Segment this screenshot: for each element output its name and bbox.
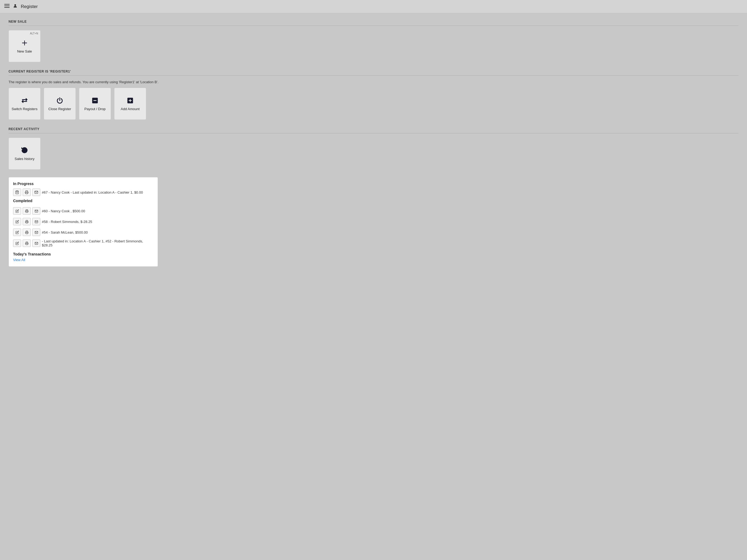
- in-progress-email-button[interactable]: [32, 189, 40, 196]
- svg-rect-12: [26, 192, 28, 194]
- completed-edit-3-button[interactable]: [13, 239, 21, 247]
- email-icon: [35, 231, 38, 234]
- user-icon: [13, 3, 18, 9]
- edit-icon: [16, 231, 19, 234]
- new-sale-row: ALT+N New Sale: [8, 30, 739, 62]
- svg-rect-2: [4, 7, 9, 8]
- svg-rect-5: [22, 43, 27, 43]
- completed-row-0: #60 - Nancy Cook , $500.00: [13, 206, 153, 216]
- print-icon: [25, 242, 29, 245]
- sales-history-button[interactable]: Sales history: [8, 138, 41, 169]
- completed-item-0: #60 - Nancy Cook , $500.00: [42, 209, 153, 213]
- new-sale-section-label: NEW SALE: [8, 20, 739, 26]
- completed-edit-0-button[interactable]: [13, 207, 21, 215]
- menu-icon[interactable]: [4, 3, 9, 10]
- completed-print-1-button[interactable]: [23, 218, 31, 225]
- completed-print-2-button[interactable]: [23, 229, 31, 236]
- payout-drop-label: Payout / Drop: [84, 107, 106, 111]
- close-register-label: Close Register: [48, 107, 71, 111]
- today-transactions-section: Today's Transactions View All: [13, 252, 153, 262]
- completed-item-2: #54 - Sarah McLean, $500.00: [42, 231, 153, 234]
- email-icon: [34, 190, 38, 194]
- plus-icon: [21, 39, 28, 47]
- svg-rect-14: [26, 222, 28, 223]
- print-icon: [25, 209, 29, 213]
- history-icon: [21, 146, 28, 154]
- add-amount-button[interactable]: Add Amount: [114, 88, 146, 120]
- switch-registers-label: Switch Registers: [12, 107, 37, 111]
- svg-rect-13: [26, 211, 28, 212]
- register-section-label: CURRENT REGISTER IS 'REGISTER1': [8, 70, 739, 76]
- print-icon: [25, 231, 29, 234]
- svg-rect-10: [129, 100, 132, 101]
- email-icon: [35, 242, 38, 245]
- today-transactions-title: Today's Transactions: [13, 252, 153, 256]
- in-progress-cart-button[interactable]: [13, 189, 21, 196]
- add-amount-label: Add Amount: [121, 107, 140, 111]
- edit-icon: [16, 242, 19, 245]
- activity-card: In Progress: [8, 177, 158, 267]
- sales-history-label: Sales history: [15, 157, 34, 161]
- svg-rect-16: [26, 243, 28, 244]
- register-buttons-row: Switch Registers Close Register Payout /…: [8, 88, 739, 120]
- plus-box-icon: [126, 97, 134, 104]
- email-icon: [35, 220, 38, 223]
- completed-edit-2-button[interactable]: [13, 229, 21, 236]
- completed-item-3: - Last updated in: Location A - Cashier …: [42, 239, 153, 247]
- email-icon: [35, 209, 38, 213]
- completed-print-0-button[interactable]: [23, 207, 31, 215]
- recent-activity-row: Sales history: [8, 138, 739, 169]
- close-register-button[interactable]: Close Register: [44, 88, 76, 120]
- edit-icon: [16, 209, 19, 213]
- view-all-link[interactable]: View All: [13, 258, 25, 262]
- main-content: NEW SALE ALT+N New Sale CURRENT REGISTER…: [0, 14, 747, 273]
- switch-registers-button[interactable]: Switch Registers: [8, 88, 41, 120]
- edit-icon: [16, 220, 19, 223]
- switch-icon: [21, 97, 28, 104]
- svg-rect-15: [26, 233, 28, 234]
- power-icon: [56, 97, 63, 104]
- new-sale-label: New Sale: [17, 49, 32, 53]
- cart-icon: [15, 190, 19, 194]
- completed-email-3-button[interactable]: [32, 239, 40, 247]
- payout-drop-button[interactable]: Payout / Drop: [79, 88, 111, 120]
- svg-rect-0: [4, 4, 9, 4]
- print-icon: [25, 220, 29, 223]
- new-sale-button[interactable]: ALT+N New Sale: [8, 30, 41, 62]
- completed-email-1-button[interactable]: [32, 218, 40, 225]
- new-sale-shortcut: ALT+N: [30, 32, 38, 35]
- completed-item-1: #58 - Robert Simmonds, $-28.25: [42, 220, 153, 224]
- completed-email-0-button[interactable]: [32, 207, 40, 215]
- svg-rect-7: [93, 100, 97, 101]
- register-info-text: The register is where you do sales and r…: [8, 80, 739, 84]
- completed-print-3-button[interactable]: [23, 239, 31, 247]
- completed-row-2: #54 - Sarah McLean, $500.00: [13, 227, 153, 238]
- page-title: Register: [21, 4, 37, 9]
- completed-email-2-button[interactable]: [32, 229, 40, 236]
- completed-row-3: - Last updated in: Location A - Cashier …: [13, 238, 153, 249]
- in-progress-row: #67 - Nancy Cook - Last updated in: Loca…: [13, 189, 153, 196]
- print-icon: [25, 190, 29, 194]
- minus-box-icon: [91, 97, 99, 104]
- svg-rect-1: [4, 6, 9, 6]
- completed-row-1: #58 - Robert Simmonds, $-28.25: [13, 216, 153, 227]
- in-progress-item-text: #67 - Nancy Cook - Last updated in: Loca…: [42, 190, 153, 194]
- in-progress-title: In Progress: [13, 182, 153, 186]
- completed-edit-1-button[interactable]: [13, 218, 21, 225]
- recent-activity-section-label: RECENT ACTIVITY: [8, 127, 739, 133]
- svg-point-3: [15, 4, 16, 6]
- in-progress-print-button[interactable]: [23, 189, 31, 196]
- completed-title: Completed: [13, 199, 153, 203]
- header: Register: [0, 0, 747, 14]
